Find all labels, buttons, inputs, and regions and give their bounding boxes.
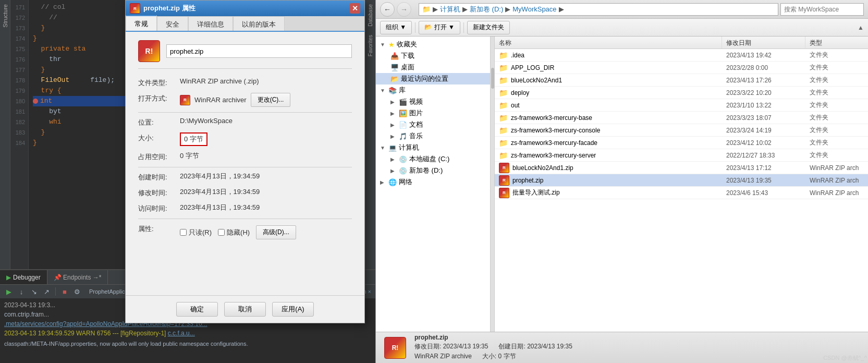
database-tab[interactable]: Database [366,0,374,31]
dialog-close-btn[interactable]: ✕ [350,3,360,14]
endpoints-tab[interactable]: 📌 Endpoints →* [47,270,108,284]
favorites-tab[interactable]: Favorites [366,31,374,60]
step-over-btn[interactable]: ↓ [17,287,26,296]
structure-tab[interactable]: Structure [1,0,9,32]
tree-drive-c[interactable]: ▶ 💿 本地磁盘 (C:) [376,153,490,165]
col-date[interactable]: 修改日期 [722,37,805,49]
tree-music[interactable]: ▶ 🎵 音乐 [376,130,490,142]
tree-scrollbar-thumb[interactable] [491,68,494,89]
file-row[interactable]: 📁blueLockNo2And1 2023/4/13 17:26 文件夹 [495,74,868,87]
explorer-body: ▼ ★ 收藏夹 📥 下载 🖥️ 桌面 📂 最近访问的位置 ▼ 📚 库 [376,37,868,332]
resume-btn[interactable]: ▶ [4,287,14,296]
tree-library[interactable]: ▼ 📚 库 [376,84,490,96]
file-row[interactable]: 📁APP_LOG_DIR 2023/2/28 0:00 文件夹 [495,62,868,74]
tree-label: 新加卷 (D:) [409,166,443,175]
type-value: WinRAR ZIP archive (.zip) [180,77,352,85]
images-icon: 🖼️ [399,110,407,117]
tree-drive-d[interactable]: ▶ 💿 新加卷 (D:) [376,165,490,176]
properties-dialog: R prophet.zip 属性 ✕ 常规 安全 详细信息 以前的版本 R! 文… [125,0,365,323]
dialog-title: R prophet.zip 属性 [130,3,195,14]
dialog-tabs: 常规 安全 详细信息 以前的版本 [126,16,364,32]
location-label: 位置: [138,117,180,127]
file-row[interactable]: 📁out 2023/1/10 13:22 文件夹 [495,99,868,112]
file-row[interactable]: 📁zs-framework3-mercury-server 2022/12/27… [495,149,868,162]
created-label: 创建日期: [498,343,525,350]
file-row[interactable]: 📁.idea 2023/4/13 19:42 文件夹 [495,49,868,62]
dialog-content: R! 文件类型: WinRAR ZIP archive (.zip) 打开方式:… [126,32,364,295]
advanced-attrs-btn[interactable]: 高级(D)... [256,225,296,239]
created-value: 2023/4/13 19:35 [527,343,572,350]
folder-icon: 📥 [390,52,399,60]
file-row[interactable]: 📁zs-framework3-mercury-base 2023/3/23 18… [495,112,868,124]
file-row[interactable]: 📁deploy 2023/3/22 10:20 文件夹 [495,87,868,99]
file-row-zip1[interactable]: R blueLockNo2And1.zip 2023/4/13 17:12 Wi… [495,162,868,174]
cancel-btn[interactable]: 取消 [224,302,266,317]
file-row[interactable]: 📁zs-framework3-mercury-facade 2023/4/12 … [495,137,868,149]
tree-recent[interactable]: 📂 最近访问的位置 [376,73,490,84]
debug-line-4: 2023-04-13 19:34:59.529 WARN 6756 --- [f… [4,329,371,338]
new-folder-btn[interactable]: 新建文件夹 [467,21,510,34]
step-into-btn[interactable]: ↘ [29,287,39,296]
network-icon: 🌐 [388,178,397,186]
apply-btn[interactable]: 应用(A) [272,302,314,317]
folder-icon: 📂 [390,75,399,83]
tree-desktop[interactable]: 🖥️ 桌面 [376,62,490,73]
readonly-checkbox-label[interactable]: 只读(R) [180,228,212,237]
field-created: 创建时间: 2023年4月13日，19:34:59 [138,172,352,182]
col-type[interactable]: 类型 [805,37,868,49]
change-btn[interactable]: 更改(C)... [251,93,291,107]
back-btn[interactable]: ← [380,2,395,17]
open-btn[interactable]: 📂 打开 ▼ [419,21,460,34]
sep3 [138,219,352,219]
file-type: WinRAR ZIP archive [414,353,472,360]
file-row-batch-zip[interactable]: R 批量导入测试.zip 2023/4/6 15:43 WinRAR ZIP a… [495,187,868,199]
star-icon: ★ [388,41,395,49]
tree-favorites[interactable]: ▼ ★ 收藏夹 [376,39,490,50]
tab-details[interactable]: 详细信息 [188,16,233,31]
winrar-icon-small: R [499,163,509,173]
new-folder-label: 新建文件夹 [473,23,504,32]
created-value: 2023年4月13日，19:34:59 [180,172,352,181]
file-row-prophet-zip[interactable]: R prophet.zip 2023/4/13 19:35 WinRAR ZIP… [495,174,868,187]
tab-previous[interactable]: 以前的版本 [233,16,285,31]
tree-images[interactable]: ▶ 🖼️ 图片 [376,107,490,119]
tree-panel: ▼ ★ 收藏夹 📥 下载 🖥️ 桌面 📂 最近访问的位置 ▼ 📚 库 [376,37,491,332]
stop-btn[interactable]: ■ [60,287,69,296]
hidden-checkbox[interactable] [218,229,225,236]
filename-input[interactable] [166,44,352,58]
open-icon: R [180,95,190,105]
tree-scrollbar[interactable] [491,37,495,332]
hidden-checkbox-label[interactable]: 隐藏(H) [218,228,250,237]
computer-icon: 💻 [388,144,397,152]
addr-folder[interactable]: MyWorkSpace [512,5,556,13]
ok-btn[interactable]: 确定 [176,302,218,317]
search-input[interactable] [780,3,864,16]
modified-value: 2023/4/13 19:35 [443,343,488,350]
tab-general[interactable]: 常规 [126,15,157,31]
readonly-label: 只读(R) [189,228,212,237]
file-row[interactable]: 📁zs-framework3-mercury-console 2023/3/24… [495,124,868,137]
col-name[interactable]: 名称 [495,37,722,49]
address-bar[interactable]: 📁 ▶ 计算机 ▶ 新加卷 (D:) ▶ MyWorkSpace ▶ [419,3,778,16]
readonly-checkbox[interactable] [180,229,187,236]
field-attrs: 属性: 只读(R) 隐藏(H) 高级(D)... [138,223,352,239]
tree-video[interactable]: ▶ 🎬 视频 [376,96,490,107]
tree-computer[interactable]: ▼ 💻 计算机 [376,142,490,153]
settings-btn[interactable]: ⚙ [72,287,82,296]
tree-label: 最近访问的位置 [401,74,448,83]
forward-btn[interactable]: → [397,2,411,17]
dialog-titlebar: R prophet.zip 属性 ✕ [126,1,364,16]
addr-computer[interactable]: 计算机 [440,5,460,14]
debugger-tab[interactable]: ▶Debugger [0,270,47,284]
tab-security[interactable]: 安全 [157,16,188,31]
field-location: 位置: D:\MyWorkSpace [138,117,352,127]
addr-drive[interactable]: 新加卷 (D:) [470,5,503,14]
tree-docs[interactable]: ▶ 📄 文档 [376,119,490,130]
tree-downloads[interactable]: 📥 下载 [376,50,490,62]
tree-network[interactable]: ▶ 🌐 网络 [376,176,490,188]
sep1 [138,112,352,113]
organize-btn[interactable]: 组织 ▼ [380,21,412,34]
step-out-btn[interactable]: ↗ [42,287,51,296]
folder-icon: 📁 [422,5,431,13]
sep2 [463,22,464,33]
